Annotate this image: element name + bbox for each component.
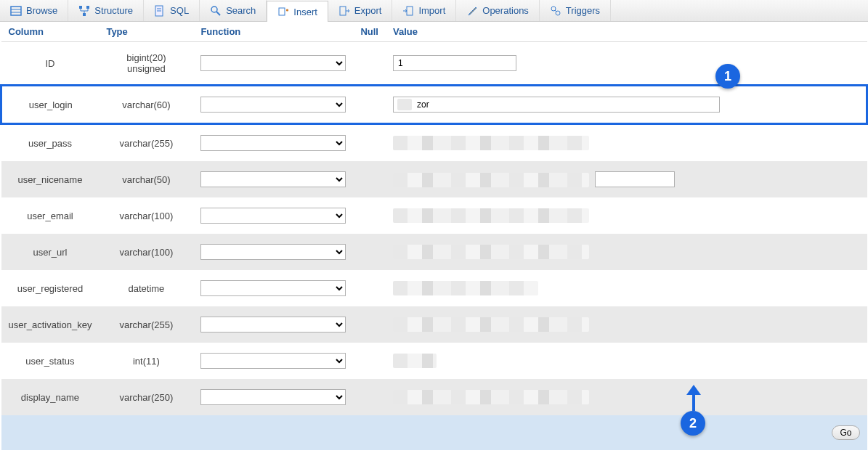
cell-value [386,234,867,270]
th-value: Value [386,22,867,42]
cell-value [386,306,867,343]
tab-browse[interactable]: Browse [0,0,68,21]
redaction-block [393,281,538,295]
value-input[interactable] [393,97,720,113]
cell-type: datetime [99,270,193,306]
th-column: Column [1,22,100,42]
cell-value [386,42,867,86]
svg-rect-12 [340,7,346,15]
insert-icon [277,6,289,17]
function-select[interactable] [200,389,346,405]
table-row: user_registered datetime [1,270,867,306]
cell-type: bigint(20) unsigned [99,42,193,86]
tab-label: Structure [94,5,133,16]
tab-sql[interactable]: SQL [144,0,200,21]
cell-column: user_activation_key [1,306,100,343]
redaction-block [393,245,589,259]
svg-rect-3 [79,6,82,9]
function-select[interactable] [200,171,346,187]
svg-rect-0 [11,7,21,15]
redaction-block [393,208,589,223]
cell-column: user_pass [1,124,100,162]
export-icon [338,5,350,17]
sql-icon [154,5,166,17]
tab-structure[interactable]: Structure [68,0,144,21]
redaction-block [393,390,589,404]
svg-rect-5 [83,13,86,16]
tab-operations[interactable]: Operations [456,0,540,21]
annotation-badge-2: 2 [681,411,705,436]
cell-value [386,379,867,415]
svg-rect-4 [86,6,89,9]
tab-label: Triggers [566,5,600,16]
cell-null [353,161,386,197]
tab-search[interactable]: Search [200,0,267,21]
cell-column: user_status [1,343,100,379]
table-row-highlighted: user_login varchar(60) [1,86,867,124]
cell-null [353,197,386,234]
table-row: user_email varchar(100) [1,197,867,234]
tab-label: Browse [26,5,57,16]
cell-null [353,86,386,124]
function-select[interactable] [200,244,346,260]
redaction-block [393,136,589,150]
cell-type: varchar(100) [99,197,193,234]
function-select[interactable] [200,208,346,224]
tab-triggers[interactable]: Triggers [540,0,611,21]
function-select[interactable] [200,317,346,333]
redaction-block [393,354,437,368]
go-button[interactable]: Go [832,425,859,440]
function-select[interactable] [200,97,346,113]
function-select[interactable] [200,280,346,296]
table-row: user_pass varchar(255) [1,124,867,162]
svg-line-10 [216,12,220,15]
cell-function [193,270,353,306]
tab-insert[interactable]: Insert [267,1,328,22]
cell-column: user_registered [1,270,100,306]
tab-import[interactable]: Import [392,0,456,21]
cell-type: int(11) [99,343,193,379]
svg-rect-13 [407,7,413,15]
redaction-block [393,317,589,332]
cell-null [353,124,386,162]
annotation-badge-1: 1 [715,64,740,89]
cell-function [193,306,353,343]
triggers-icon [550,5,561,17]
tab-label: Export [354,5,382,16]
cell-type: varchar(255) [99,306,193,343]
function-select[interactable] [200,135,346,151]
operations-icon [466,5,478,17]
function-select[interactable] [200,353,346,369]
cell-function [193,161,353,197]
cell-type: varchar(50) [99,161,193,197]
table-row: user_nicename varchar(50) [1,161,867,197]
redaction-block [397,99,412,110]
go-row: Go [1,415,867,450]
cell-column: display_name [1,379,100,415]
search-icon [210,5,222,17]
cell-function [193,343,353,379]
svg-rect-11 [279,8,285,15]
insert-table: Column Type Function Null Value ID bigin… [0,22,868,450]
tab-label: Import [418,5,445,16]
cell-null [353,343,386,379]
cell-function [193,124,353,162]
cell-type: varchar(250) [99,379,193,415]
cell-function [193,234,353,270]
cell-column: user_nicename [1,161,100,197]
tab-export[interactable]: Export [328,0,393,21]
cell-type: varchar(255) [99,124,193,162]
tab-label: Operations [482,5,529,16]
cell-column: user_email [1,197,100,234]
import-icon [402,5,414,17]
value-input[interactable] [595,171,675,187]
cell-column: ID [1,42,100,86]
value-input[interactable] [393,55,516,71]
cell-value [386,86,867,124]
function-select[interactable] [200,55,346,71]
th-type: Type [99,22,193,42]
tab-label: SQL [170,5,189,16]
tab-label: Insert [293,7,317,17]
cell-column: user_login [1,86,100,124]
cell-value [386,124,867,162]
